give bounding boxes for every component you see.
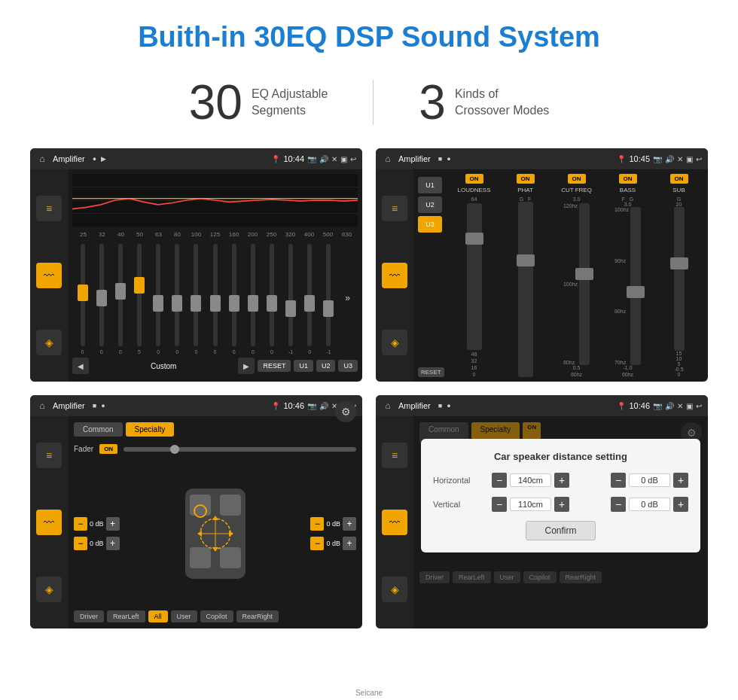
close-icon-br[interactable]: ✕ [677,402,683,410]
close-icon-tr[interactable]: ✕ [677,155,683,163]
spk-plus-bl[interactable]: + [106,537,120,550]
freq-500: 500 [319,231,337,238]
volume-icon-bl: 🔊 [319,402,328,410]
back-icon[interactable]: ↩ [350,155,356,163]
vertical-plus[interactable]: + [554,497,569,512]
pin-icon: 📍 [271,155,280,163]
v-db-plus[interactable]: + [673,497,688,512]
pos-all[interactable]: All [148,610,168,622]
distance-pos-btns-behind: Driver RearLeft User Copilot RearRight [419,571,702,583]
sp-btn-3[interactable]: ◈ [36,577,62,602]
spk-plus-tr[interactable]: + [343,517,356,531]
tab-common[interactable]: Common [74,422,123,437]
horizontal-minus[interactable]: − [492,473,507,488]
eq-slider-1[interactable]: 0 [93,241,110,355]
eq-prev-btn[interactable]: ◀ [72,358,89,374]
svg-rect-7 [220,495,241,516]
crossover-number: 3 [419,75,446,130]
eq-slider-9[interactable]: 0 [244,241,261,355]
home-icon-tr[interactable]: ⌂ [382,153,394,165]
eq-slider-5[interactable]: 0 [169,241,186,355]
eq-btn-3[interactable]: ◈ [36,330,62,355]
ds-btn-1[interactable]: ≡ [382,443,407,468]
ds-btn-2[interactable]: 〰 [382,510,407,535]
h-db-minus[interactable]: − [611,473,626,488]
cr-btn-1[interactable]: ≡ [382,196,407,221]
eq-slider-8[interactable]: 0 [225,241,242,355]
dist-user: User [494,571,520,583]
fader-toggle[interactable]: ON [99,444,117,454]
eq-next-btn[interactable]: ▶ [238,358,255,374]
eq-slider-12[interactable]: 0 [301,241,319,355]
eq-btn-2[interactable]: 〰 [36,263,62,288]
pos-rearleft[interactable]: RearLeft [107,610,145,622]
cutfreq-on[interactable]: ON [568,174,586,184]
dist-rearleft: RearLeft [453,571,491,583]
eq-slider-3[interactable]: 5 [130,241,148,355]
pos-driver[interactable]: Driver [74,610,104,622]
eq-slider-0[interactable]: 0 [74,241,91,355]
distance-topbar-icons: 📍 10:46 📷 🔊 ✕ ▣ ↩ [617,401,702,410]
cr-btn-2[interactable]: 〰 [382,263,407,288]
cr-btn-3[interactable]: ◈ [382,330,407,355]
back-icon-tr[interactable]: ↩ [696,155,702,163]
eq-u3-btn[interactable]: U3 [338,360,358,372]
eq-u1-btn[interactable]: U1 [294,360,313,372]
v-db-minus[interactable]: − [611,497,626,512]
pos-user[interactable]: User [171,610,197,622]
home-icon-br[interactable]: ⌂ [382,400,394,412]
crossover-time: 10:45 [629,154,650,163]
eq-slider-10[interactable]: 0 [263,241,280,355]
svg-rect-8 [190,547,211,568]
sp-btn-1[interactable]: ≡ [36,443,62,468]
close-icon[interactable]: ✕ [331,155,337,163]
fader-track[interactable] [124,447,356,452]
vertical-minus[interactable]: − [492,497,507,512]
eq-u2-btn[interactable]: U2 [316,360,336,372]
sub-on[interactable]: ON [670,174,688,184]
back-icon-br[interactable]: ↩ [696,402,702,410]
eq-sidebar: ≡ 〰 ◈ [30,169,68,382]
specialty-topbar: ⌂ Amplifier ■ ● 📍 10:46 📷 🔊 ✕ ▣ ↩ [30,395,362,416]
v-db-val: 0 dB [629,498,670,511]
eq-slider-11[interactable]: -1 [282,241,300,355]
spk-plus-br[interactable]: + [343,537,356,550]
eq-slider-7[interactable]: 0 [206,241,224,355]
spk-val-bl: 0 dB [90,540,104,547]
ds-btn-3[interactable]: ◈ [382,577,407,602]
eq-slider-13[interactable]: -1 [320,241,337,355]
horizontal-plus[interactable]: + [554,473,569,488]
h-db-plus[interactable]: + [673,473,688,488]
gear-icon-btn[interactable]: ⚙ [335,401,356,422]
distance-title: Amplifier [398,401,431,410]
spk-plus-tl[interactable]: + [106,517,120,531]
pos-rearright[interactable]: RearRight [236,610,279,622]
spk-minus-bl[interactable]: − [74,537,87,550]
crossover-reset[interactable]: RESET [418,367,444,377]
eq-btn-1[interactable]: ≡ [36,196,62,221]
pos-copilot[interactable]: Copilot [200,610,233,622]
spk-minus-br[interactable]: − [310,537,324,550]
loudness-slider[interactable]: 64 48 32 16 0 [467,196,482,377]
home-icon-bl[interactable]: ⌂ [36,400,48,412]
eq-slider-6[interactable]: 0 [188,241,205,355]
h-db-val: 0 dB [629,473,670,487]
confirm-button[interactable]: Confirm [526,521,595,540]
phat-on[interactable]: ON [517,174,535,184]
spk-minus-tl[interactable]: − [74,517,87,531]
loudness-on[interactable]: ON [465,174,483,184]
u2-btn[interactable]: U2 [418,196,442,213]
tab-specialty[interactable]: Specialty [126,422,175,437]
spk-minus-tr[interactable]: − [310,517,324,531]
sp-btn-2[interactable]: 〰 [36,510,62,535]
u1-btn[interactable]: U1 [418,177,442,193]
u3-btn[interactable]: U3 [418,216,442,233]
phat-slider[interactable] [518,202,533,377]
bass-on[interactable]: ON [619,174,637,184]
eq-slider-2[interactable]: 0 [111,241,129,355]
eq-reset-btn[interactable]: RESET [258,360,291,372]
eq-slider-4[interactable]: 0 [150,241,167,355]
play-icon: ▶ [101,155,106,163]
home-icon[interactable]: ⌂ [36,153,48,165]
freq-32: 32 [93,231,111,238]
